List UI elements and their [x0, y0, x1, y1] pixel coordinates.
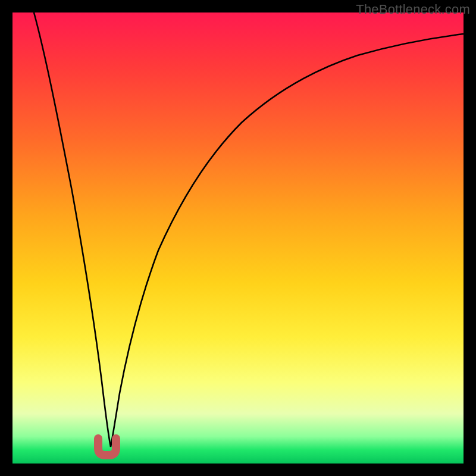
watermark-text: TheBottleneck.com — [356, 2, 470, 17]
chart-frame: TheBottleneck.com — [0, 0, 476, 476]
chart-plot-area — [12, 12, 464, 464]
bottleneck-curve-svg — [12, 12, 464, 464]
optimal-point-marker — [98, 439, 116, 455]
bottleneck-curve-path — [34, 12, 464, 447]
